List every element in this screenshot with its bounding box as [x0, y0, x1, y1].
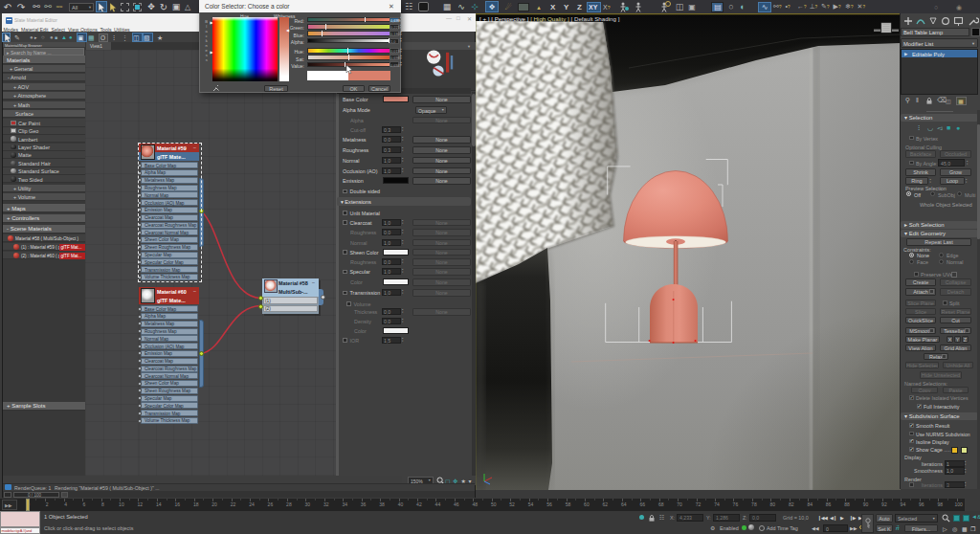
svg-text:[ + ] [ Perspective ] [ High Q: [ + ] [ Perspective ] [ High Quality ] […: [479, 15, 620, 22]
